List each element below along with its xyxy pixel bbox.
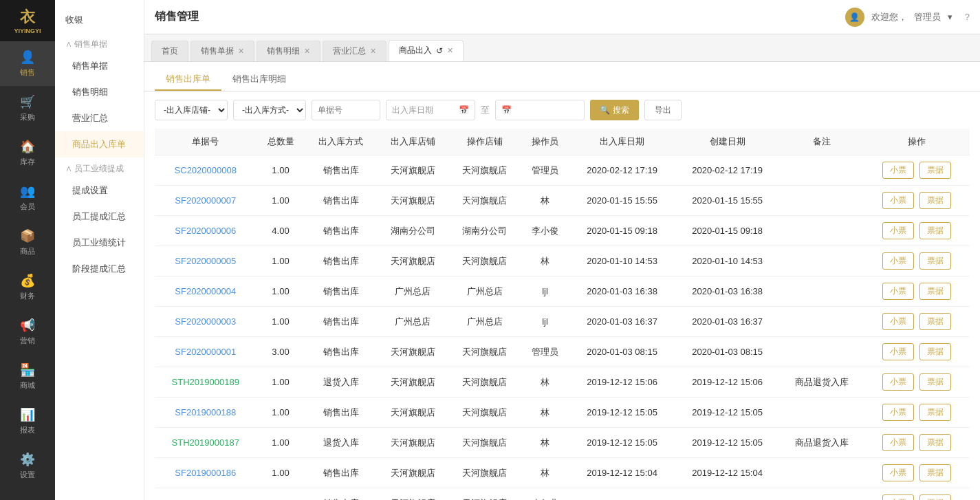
- tab-goods-inout[interactable]: 商品出入 ↺ ✕: [389, 40, 464, 61]
- voucher-button[interactable]: 票据: [919, 434, 951, 451]
- tab-sales-detail[interactable]: 销售明细 ✕: [257, 41, 320, 61]
- cell-order-no[interactable]: SF2019000188: [155, 398, 257, 428]
- tab-business-summary-close[interactable]: ✕: [370, 47, 376, 56]
- panel-item-goods-inout[interactable]: 商品出入库单: [55, 131, 144, 157]
- cell-order-no[interactable]: SC2020000008: [155, 155, 257, 186]
- cell-order-no[interactable]: SF2019000186: [155, 458, 257, 488]
- detail-button[interactable]: 小票: [882, 404, 914, 421]
- sidebar-item-sales[interactable]: 👤 销售: [0, 41, 55, 86]
- sales-detail-label: 销售明细: [72, 86, 108, 98]
- tab-sales-detail-close[interactable]: ✕: [304, 47, 310, 56]
- cell-inout-store: 广州总店: [377, 307, 449, 337]
- cell-create-date: 2020-01-03 08:15: [675, 337, 780, 367]
- export-button[interactable]: 导出: [644, 100, 682, 120]
- sidebar-item-member[interactable]: 👥 会员: [0, 175, 55, 220]
- voucher-button[interactable]: 票据: [919, 283, 951, 300]
- sidebar-item-shop[interactable]: 🏪 商城: [0, 354, 55, 399]
- panel-item-commission-summary[interactable]: 员工提成汇总: [55, 204, 144, 230]
- sidebar-label-report: 报表: [20, 425, 35, 435]
- panel-item-business-summary[interactable]: 营业汇总: [55, 105, 144, 131]
- cell-op-store: 天河旗舰店: [449, 398, 521, 428]
- search-button[interactable]: 🔍 搜索: [590, 100, 639, 120]
- table-row: STH2019000189 1.00 退货入库 天河旗舰店 天河旗舰店 林 20…: [155, 367, 970, 398]
- detail-button[interactable]: 小票: [882, 192, 914, 209]
- cell-operator: ljl: [521, 307, 569, 337]
- sub-panel: 收银 ∧ 销售单据 销售单据 销售明细 营业汇总 商品出入库单 ∧ 员工业绩提成…: [55, 0, 144, 500]
- sidebar-item-finance[interactable]: 💰 财务: [0, 265, 55, 309]
- refresh-icon[interactable]: ↺: [436, 46, 443, 56]
- panel-item-cashier[interactable]: 收银: [55, 7, 144, 33]
- member-icon: 👥: [20, 184, 35, 199]
- help-icon[interactable]: ?: [965, 12, 970, 22]
- cell-order-no[interactable]: SF2020000003: [155, 307, 257, 337]
- cell-inout-store: 天河旗舰店: [377, 186, 449, 216]
- sidebar-item-report[interactable]: 📊 报表: [0, 399, 55, 444]
- sidebar-item-purchase[interactable]: 🛒 采购: [0, 86, 55, 131]
- method-filter[interactable]: -出入库方式-: [233, 100, 306, 120]
- detail-button[interactable]: 小票: [882, 252, 914, 270]
- voucher-button[interactable]: 票据: [919, 464, 951, 481]
- voucher-button[interactable]: 票据: [919, 222, 951, 239]
- cell-order-no[interactable]: SF2020000005: [155, 246, 257, 276]
- cell-qty: 1.00: [257, 276, 305, 307]
- tab-home[interactable]: 首页: [151, 41, 188, 61]
- col-operator: 操作员: [521, 129, 569, 155]
- cell-order-no[interactable]: SF2020000006: [155, 216, 257, 246]
- date-range-start[interactable]: 出入库日期 📅: [386, 100, 475, 120]
- order-no-input[interactable]: [312, 100, 380, 120]
- cell-inout-date: 2019-12-12 15:04: [569, 458, 675, 488]
- panel-item-sales-detail[interactable]: 销售明细: [55, 79, 144, 105]
- cell-inout-store: 天河旗舰店: [377, 458, 449, 488]
- detail-button[interactable]: 小票: [882, 373, 914, 391]
- cell-order-no[interactable]: SF2020000004: [155, 276, 257, 307]
- detail-button[interactable]: 小票: [882, 434, 914, 451]
- sub-tab-outstock-order[interactable]: 销售出库单: [155, 69, 221, 91]
- dropdown-icon[interactable]: ▾: [948, 12, 952, 22]
- header-right: 👤 欢迎您， 管理员 ▾ ?: [845, 8, 970, 27]
- panel-item-commission-stats[interactable]: 员工业绩统计: [55, 230, 144, 256]
- voucher-button[interactable]: 票据: [919, 494, 951, 500]
- date-range-end[interactable]: 📅: [495, 100, 585, 120]
- detail-button[interactable]: 小票: [882, 464, 914, 481]
- store-filter[interactable]: -出入库店铺-: [155, 100, 228, 120]
- sub-tab-outstock-detail[interactable]: 销售出库明细: [221, 69, 297, 91]
- cell-note: [780, 488, 863, 501]
- detail-button[interactable]: 小票: [882, 162, 914, 179]
- detail-button[interactable]: 小票: [882, 222, 914, 239]
- cell-inout-store: 湖南分公司: [377, 216, 449, 246]
- detail-button[interactable]: 小票: [882, 313, 914, 330]
- cell-action: 小票 票据: [864, 398, 970, 428]
- voucher-button[interactable]: 票据: [919, 192, 951, 209]
- detail-button[interactable]: 小票: [882, 283, 914, 300]
- cell-order-no[interactable]: SC2019000179: [155, 488, 257, 501]
- panel-item-sales-order[interactable]: 销售单据: [55, 53, 144, 79]
- sidebar-item-product[interactable]: 📦 商品: [0, 220, 55, 265]
- voucher-button[interactable]: 票据: [919, 252, 951, 270]
- sidebar-item-marketing[interactable]: 📢 营销: [0, 309, 55, 354]
- cell-qty: 1.00: [257, 367, 305, 398]
- cell-action: 小票 票据: [864, 276, 970, 307]
- voucher-button[interactable]: 票据: [919, 373, 951, 391]
- cell-order-no[interactable]: SF2020000001: [155, 337, 257, 367]
- voucher-button[interactable]: 票据: [919, 162, 951, 179]
- tab-business-summary[interactable]: 营业汇总 ✕: [323, 41, 386, 61]
- sidebar-label-product: 商品: [20, 246, 35, 257]
- voucher-button[interactable]: 票据: [919, 404, 951, 421]
- tab-sales-order-close[interactable]: ✕: [238, 47, 244, 56]
- cell-order-no[interactable]: STH2019000187: [155, 428, 257, 458]
- voucher-button[interactable]: 票据: [919, 343, 951, 360]
- sidebar-label-purchase: 采购: [20, 112, 35, 122]
- tab-goods-inout-close[interactable]: ✕: [447, 46, 453, 55]
- sidebar-item-settings[interactable]: ⚙️ 设置: [0, 444, 55, 488]
- voucher-button[interactable]: 票据: [919, 313, 951, 330]
- sidebar-item-inventory[interactable]: 🏠 库存: [0, 131, 55, 175]
- username-text: 管理员: [914, 11, 941, 23]
- tab-sales-order[interactable]: 销售单据 ✕: [190, 41, 254, 61]
- logo-text: YIYINGYI: [14, 28, 41, 34]
- detail-button[interactable]: 小票: [882, 343, 914, 360]
- panel-item-commission-setting[interactable]: 提成设置: [55, 177, 144, 204]
- panel-item-stage-commission[interactable]: 阶段提成汇总: [55, 256, 144, 282]
- cell-order-no[interactable]: SF2020000007: [155, 186, 257, 216]
- detail-button[interactable]: 小票: [882, 494, 914, 500]
- cell-order-no[interactable]: STH2019000189: [155, 367, 257, 398]
